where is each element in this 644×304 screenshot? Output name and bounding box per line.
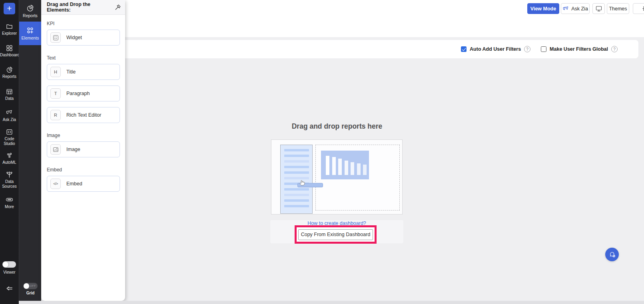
element-card-label: Rich Text Editor	[66, 112, 101, 118]
ellipsis-icon	[0, 197, 19, 203]
illustration-bar	[357, 163, 361, 175]
folder-icon	[0, 23, 19, 30]
view-mode-button[interactable]: View Mode	[527, 3, 559, 14]
ask-zia-button[interactable]: Ask Zia	[561, 3, 590, 14]
make-user-filters-global-checkbox[interactable]: Make User Filters Global ?	[541, 46, 618, 52]
sidebar-item-more[interactable]: More	[0, 197, 19, 209]
main-content: View Mode Ask Zia Themes Auto Add User F…	[41, 0, 644, 304]
element-card-label: Image	[66, 147, 80, 152]
grid-toggle-label: Grid	[19, 291, 42, 295]
list-row	[284, 149, 309, 151]
sidebar-item-ask-zia[interactable]: Ask Zia	[0, 109, 19, 122]
annotation-highlight-box: Copy From Existing Dashboard	[295, 225, 377, 244]
table-icon	[0, 88, 19, 95]
grid-toggle[interactable]: OFF	[23, 283, 38, 289]
grid-icon	[0, 45, 19, 52]
chat-support-button[interactable]	[605, 248, 619, 261]
presentation-button[interactable]	[592, 3, 605, 14]
pie-chart-icon	[0, 66, 19, 73]
element-card-embed[interactable]: </> Embed	[47, 176, 120, 192]
illustration-bar	[326, 156, 329, 175]
sidebar-item-explorer[interactable]: Explorer	[0, 23, 19, 36]
illustration-bar	[332, 157, 336, 175]
element-card-rich-text-editor[interactable]: R Rich Text Editor	[47, 107, 120, 123]
section-heading-kpi: KPI	[47, 21, 120, 26]
tab-reports[interactable]: Reports	[19, 0, 41, 22]
list-illustration	[280, 145, 313, 214]
list-row	[284, 171, 309, 174]
sidebar-item-label: Explorer	[0, 31, 19, 36]
list-row	[284, 205, 309, 207]
sidebar-item-label: Data Sources	[0, 179, 19, 189]
list-row	[284, 155, 309, 157]
filters-toolbar: Auto Add User Filters ? Make User Filter…	[41, 40, 638, 58]
element-card-paragraph[interactable]: T Paragraph	[47, 85, 120, 101]
viewer-toggle[interactable]	[2, 261, 16, 268]
drop-zone-dashed-area	[315, 145, 400, 211]
code-window-icon	[0, 129, 19, 135]
collapse-sidebar-icon[interactable]	[6, 285, 13, 293]
sidebar-item-label: Dashboards	[0, 53, 19, 58]
page-bottom-strip	[19, 301, 644, 304]
element-card-widget[interactable]: Widget	[47, 30, 120, 46]
sidebar-item-data[interactable]: Data	[0, 88, 19, 101]
zia-glasses-icon	[0, 109, 19, 116]
elements-icon	[19, 27, 41, 34]
automl-icon	[0, 152, 19, 159]
checkbox-checked-icon[interactable]	[461, 46, 467, 52]
dashboard-drop-placeholder[interactable]	[271, 139, 403, 215]
sidebar-item-label: AutoML	[0, 160, 19, 165]
sidebar-item-label: Ask Zia	[0, 117, 19, 122]
tab-label: Reports	[19, 13, 41, 18]
element-card-image[interactable]: Image	[47, 141, 120, 157]
checkbox-label: Make User Filters Global	[550, 46, 608, 52]
sidebar-item-code-studio[interactable]: Code Studio	[0, 129, 19, 146]
secondary-sidebar: Reports Elements OFF Grid	[19, 0, 41, 304]
toggle-knob	[24, 283, 29, 289]
view-mode-label: View Mode	[530, 6, 556, 12]
section-heading-embed: Embed	[47, 167, 120, 173]
viewer-toggle-label: Viewer	[0, 270, 19, 274]
checkbox-label: Auto Add User Filters	[470, 46, 521, 52]
chat-bubble-icon	[608, 251, 616, 258]
grid-toggle-group: OFF Grid	[19, 283, 42, 295]
illustration-bar	[345, 161, 348, 175]
monitor-icon	[596, 6, 602, 12]
sidebar-item-automl[interactable]: AutoML	[0, 152, 19, 165]
elements-panel-body: KPI Widget Text H Title T Paragraph R Ri…	[41, 15, 125, 192]
bar-chart-illustration	[321, 151, 369, 179]
paragraph-icon: T	[50, 88, 61, 99]
image-icon	[50, 144, 61, 155]
widget-icon	[50, 32, 61, 43]
sidebar-item-dashboards[interactable]: Dashboards	[0, 45, 19, 58]
help-icon[interactable]: ?	[611, 46, 618, 52]
settings-button[interactable]	[633, 3, 644, 14]
help-icon[interactable]: ?	[524, 46, 530, 52]
canvas-heading: Drag and drop reports here	[271, 122, 403, 131]
sidebar-item-label: More	[0, 205, 19, 209]
element-card-label: Widget	[66, 35, 82, 40]
elements-panel-header: Drag and Drop the Elements:	[41, 0, 125, 15]
illustration-bar	[338, 159, 342, 175]
sidebar-item-data-sources[interactable]: Data Sources	[0, 171, 19, 189]
sidebar-item-reports[interactable]: Reports	[0, 66, 19, 79]
embed-code-icon: </>	[50, 179, 61, 189]
element-card-title[interactable]: H Title	[47, 64, 120, 80]
auto-add-user-filters-checkbox[interactable]: Auto Add User Filters ?	[461, 46, 530, 52]
ask-zia-label: Ask Zia	[571, 6, 588, 12]
primary-sidebar: + Explorer Dashboards Reports Data Ask Z…	[0, 0, 19, 304]
hand-cursor-icon	[299, 179, 306, 188]
copy-from-existing-dashboard-button[interactable]: Copy From Existing Dashboard	[298, 229, 373, 240]
checkbox-unchecked-icon[interactable]	[541, 46, 546, 52]
list-row	[284, 166, 309, 168]
pin-icon[interactable]	[114, 4, 121, 11]
tab-elements[interactable]: Elements	[19, 22, 41, 45]
top-header: View Mode Ask Zia Themes	[41, 0, 644, 37]
list-row	[284, 199, 309, 202]
illustration-bar	[351, 162, 354, 175]
themes-button[interactable]: Themes	[607, 3, 629, 14]
create-new-button[interactable]: +	[4, 3, 15, 14]
elements-panel: Drag and Drop the Elements: KPI Widget T…	[41, 0, 125, 301]
section-heading-text: Text	[47, 55, 120, 61]
sidebar-item-label: Data	[0, 96, 19, 101]
